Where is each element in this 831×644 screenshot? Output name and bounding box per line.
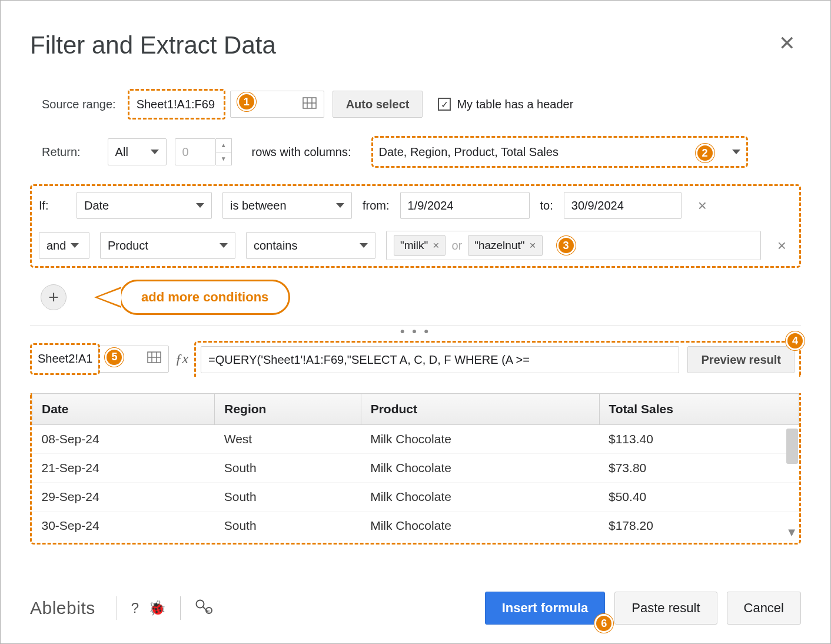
- table-cell: Milk Chocolate: [361, 512, 599, 540]
- table-row: 29-Sep-24SouthMilk Chocolate$50.40: [32, 483, 799, 512]
- table-cell: West: [215, 425, 361, 454]
- table-cell: South: [215, 483, 361, 512]
- cond1-op-value: is between: [230, 199, 287, 213]
- table-cell: 29-Sep-24: [32, 483, 215, 512]
- chip-milk: "milk" ×: [394, 235, 446, 256]
- return-mode-select[interactable]: All: [108, 138, 167, 165]
- scrollbar[interactable]: [786, 429, 798, 464]
- preview-result-button[interactable]: Preview result: [687, 346, 795, 373]
- cond2-op-value: contains: [254, 239, 298, 253]
- col-total-sales: Total Sales: [599, 394, 799, 425]
- cond1-field-value: Date: [84, 199, 109, 213]
- table-row: 21-Sep-24SouthMilk Chocolate$73.80: [32, 454, 799, 483]
- paste-result-button[interactable]: Paste result: [614, 592, 717, 625]
- help-icon[interactable]: ?: [131, 600, 139, 616]
- header-checkbox-label: My table has a header: [457, 98, 573, 111]
- callout-add-conditions: add more conditions: [119, 280, 290, 315]
- badge-3: 3: [557, 236, 576, 255]
- cond2-values-box[interactable]: "milk" × or "hazelnut" × 3: [386, 231, 761, 260]
- chip-hazelnut-remove[interactable]: ×: [530, 239, 536, 252]
- footer: Ablebits ? 🐞 i Insert formula 6 Paste re…: [30, 592, 801, 625]
- table-cell: $50.40: [599, 483, 799, 512]
- source-range-input[interactable]: [129, 91, 224, 118]
- col-region: Region: [215, 394, 361, 425]
- remove-condition-1[interactable]: ×: [692, 197, 713, 215]
- divider: ● ● ●: [30, 326, 801, 334]
- table-cell: $178.20: [599, 512, 799, 540]
- add-condition-button[interactable]: +: [41, 284, 67, 310]
- return-count-input[interactable]: 0: [175, 138, 216, 165]
- bug-icon[interactable]: 🐞: [148, 600, 166, 616]
- dialog-title: Filter and Extract Data: [30, 31, 801, 59]
- chip-hazelnut: "hazelnut" ×: [468, 235, 542, 256]
- fx-icon: ƒx: [169, 351, 194, 367]
- logic-join-value: and: [46, 239, 66, 253]
- table-cell: Milk Chocolate: [361, 483, 599, 512]
- columns-select[interactable]: Date, Region, Product, Total Sales 2: [371, 136, 748, 168]
- cancel-button[interactable]: Cancel: [727, 592, 801, 625]
- grid-icon[interactable]: [303, 97, 317, 112]
- separator: [180, 596, 181, 620]
- badge-2: 2: [696, 144, 714, 162]
- return-count-value: 0: [182, 145, 189, 159]
- grid-icon-2[interactable]: [147, 351, 161, 366]
- badge-6: 6: [594, 614, 613, 633]
- table-cell: $113.40: [599, 425, 799, 454]
- header-checkbox[interactable]: ✓: [438, 98, 451, 111]
- chip-milk-remove[interactable]: ×: [433, 239, 439, 252]
- if-label: If:: [39, 199, 66, 213]
- insert-formula-button[interactable]: Insert formula: [485, 592, 606, 625]
- table-cell: $73.80: [599, 454, 799, 483]
- badge-5: 5: [105, 348, 124, 367]
- svg-text:i: i: [208, 608, 210, 614]
- col-date: Date: [32, 394, 215, 425]
- table-cell: 21-Sep-24: [32, 454, 215, 483]
- cond1-from-input[interactable]: [400, 192, 530, 219]
- table-cell: 08-Sep-24: [32, 425, 215, 454]
- table-row: 08-Sep-24WestMilk Chocolate$113.40: [32, 425, 799, 454]
- auto-select-button[interactable]: Auto select: [333, 91, 423, 118]
- condition-row-1: If: Date is between from: to: ×: [32, 186, 799, 225]
- logic-join-select[interactable]: and: [39, 232, 89, 259]
- chip-milk-text: "milk": [400, 239, 428, 252]
- cond2-field-select[interactable]: Product: [100, 232, 235, 259]
- source-range-label: Source range:: [42, 98, 116, 111]
- brand-logo: Ablebits: [30, 598, 95, 618]
- remove-condition-2[interactable]: ×: [772, 237, 792, 255]
- rows-with-columns-label: rows with columns:: [252, 145, 351, 159]
- return-mode-value: All: [115, 145, 128, 159]
- columns-value: Date, Region, Product, Total Sales: [379, 145, 559, 159]
- to-label: to:: [540, 199, 553, 213]
- cond1-operator-select[interactable]: is between: [222, 192, 352, 219]
- badge-1: 1: [237, 92, 256, 111]
- table-cell: 30-Sep-24: [32, 512, 215, 540]
- table-cell: Milk Chocolate: [361, 454, 599, 483]
- from-label: from:: [363, 199, 390, 213]
- table-cell: South: [215, 512, 361, 540]
- close-icon[interactable]: ✕: [779, 33, 795, 53]
- cond1-to-input[interactable]: [564, 192, 682, 219]
- table-row: 30-Sep-24SouthMilk Chocolate$178.20: [32, 512, 799, 540]
- cond2-field-value: Product: [108, 239, 148, 253]
- chip-hazelnut-text: "hazelnut": [474, 239, 524, 252]
- chevron-down-icon[interactable]: ▼: [786, 526, 797, 539]
- badge-4: 4: [786, 331, 805, 350]
- condition-row-2: and Product contains "milk" × or "hazeln…: [32, 225, 799, 266]
- col-product: Product: [361, 394, 599, 425]
- key-info-icon[interactable]: i: [195, 599, 212, 618]
- formula-input[interactable]: [201, 346, 679, 373]
- table-cell: South: [215, 454, 361, 483]
- preview-table: Date Region Product Total Sales 08-Sep-2…: [32, 393, 799, 540]
- cond1-field-select[interactable]: Date: [77, 192, 212, 219]
- separator: [117, 596, 117, 620]
- destination-value[interactable]: Sheet2!A1: [38, 352, 92, 366]
- table-cell: Milk Chocolate: [361, 425, 599, 454]
- chip-or: or: [451, 239, 462, 253]
- return-label: Return:: [42, 145, 81, 159]
- cond2-operator-select[interactable]: contains: [246, 232, 375, 259]
- number-spinner[interactable]: ▲▼: [216, 138, 232, 165]
